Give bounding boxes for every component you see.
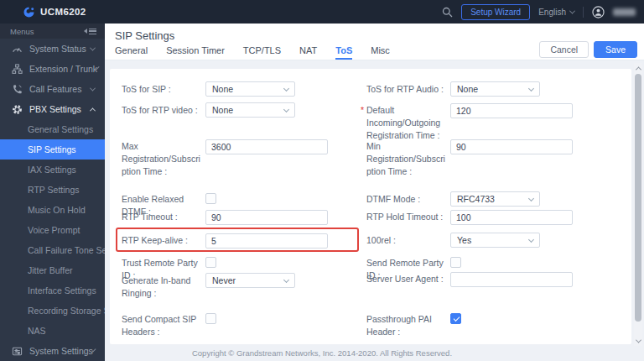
save-button[interactable]: Save bbox=[594, 41, 637, 58]
tab-tcp-tls[interactable]: TCP/TLS bbox=[243, 45, 281, 60]
sidebar-item-interface-settings[interactable]: Interface Settings bbox=[0, 280, 105, 301]
tos-for-rtp-video-select[interactable]: None bbox=[205, 102, 295, 118]
sidebar-submenu: General Settings SIP Settings IAX Settin… bbox=[0, 119, 105, 341]
menus-label: Menus bbox=[10, 27, 34, 36]
tab-bar: General Session Timer TCP/TLS NAT ToS Mi… bbox=[115, 45, 408, 60]
sidebar-item-label: System Settings bbox=[29, 346, 93, 356]
sidebar-item-system-status[interactable]: System Status bbox=[0, 39, 105, 59]
divider bbox=[583, 7, 584, 18]
field-label: ToS for RTP Audio : bbox=[366, 81, 447, 96]
chevron-down-icon bbox=[283, 276, 289, 282]
search-icon[interactable] bbox=[442, 7, 453, 18]
chevron-down-icon bbox=[528, 85, 534, 91]
tos-for-rtp-audio-select[interactable]: None bbox=[450, 81, 540, 97]
brand-name: UCM6202 bbox=[40, 7, 86, 17]
tab-misc[interactable]: Misc bbox=[371, 45, 390, 60]
field-label: DTMF Mode : bbox=[366, 191, 447, 206]
select-value: Never bbox=[212, 275, 236, 285]
trust-remote-party-id-checkbox[interactable] bbox=[205, 257, 216, 268]
default-registration-time-input[interactable] bbox=[450, 103, 573, 118]
chevron-down-icon bbox=[283, 106, 289, 112]
gear-icon bbox=[12, 104, 23, 115]
sidebar-item-sip-settings[interactable]: SIP Settings bbox=[0, 139, 105, 160]
field-max-registration-time: Max Registration/Subscription Time : bbox=[122, 139, 328, 178]
tab-tos[interactable]: ToS bbox=[335, 45, 352, 60]
field-tos-for-rtp-video: ToS for RTP video : None bbox=[122, 102, 295, 118]
field-label: ToS for SIP : bbox=[122, 81, 202, 96]
generate-inband-ringing-select[interactable]: Never bbox=[205, 273, 295, 288]
sidebar-item-label: System Status bbox=[29, 44, 91, 54]
sidebar-item-label: Call Features bbox=[29, 84, 91, 94]
chevron-down-icon bbox=[569, 8, 575, 13]
field-send-compact-sip-headers: Send Compact SIP Headers : bbox=[122, 311, 216, 338]
select-value: None bbox=[212, 105, 233, 115]
language-select[interactable]: English bbox=[538, 8, 574, 17]
content-header: SIP Settings General Session Timer TCP/T… bbox=[105, 24, 644, 60]
field-label: Max Registration/Subscription Time : bbox=[122, 139, 202, 178]
form-panel: ToS for SIP : None ToS for RTP video : N… bbox=[110, 69, 631, 344]
username-blurred bbox=[613, 8, 636, 16]
sidebar-item-recording-storage[interactable]: Recording Storage S... bbox=[0, 301, 105, 321]
main-content: SIP Settings General Session Timer TCP/T… bbox=[105, 24, 644, 361]
setup-wizard-button[interactable]: Setup Wizard bbox=[461, 4, 530, 20]
chevron-down-icon bbox=[528, 195, 534, 201]
field-default-registration-time: * Default Incoming/Outgoing Registration… bbox=[366, 102, 573, 142]
rtp-timeout-input[interactable] bbox=[205, 210, 328, 225]
tos-for-sip-select[interactable]: None bbox=[205, 81, 295, 97]
sidebar-item-label: PBX Settings bbox=[29, 104, 91, 114]
dtmf-mode-select[interactable]: RFC4733 bbox=[450, 191, 540, 207]
field-100rel: 100rel : Yes bbox=[366, 233, 540, 248]
scrollbar-thumb[interactable] bbox=[635, 74, 641, 322]
tab-session-timer[interactable]: Session Timer bbox=[166, 45, 225, 60]
tab-general[interactable]: General bbox=[115, 45, 148, 60]
sidebar-item-extension-trunk[interactable]: Extension / Trunk bbox=[0, 59, 105, 79]
sidebar-item-nas[interactable]: NAS bbox=[0, 321, 105, 341]
chevron-down-icon bbox=[283, 85, 289, 91]
rtp-keep-alive-input[interactable] bbox=[205, 233, 328, 249]
page-title: SIP Settings bbox=[115, 29, 174, 42]
max-registration-time-input[interactable] bbox=[205, 139, 328, 154]
field-generate-inband-ringing: Generate In-band Ringing : Never bbox=[122, 273, 295, 300]
sidebar-item-iax-settings[interactable]: IAX Settings bbox=[0, 160, 105, 180]
sidebar-item-general-settings[interactable]: General Settings bbox=[0, 119, 105, 139]
cancel-button[interactable]: Cancel bbox=[539, 41, 589, 58]
user-avatar-icon[interactable] bbox=[592, 6, 605, 18]
scroll-up-arrow[interactable] bbox=[634, 63, 642, 73]
server-user-agent-input[interactable] bbox=[450, 272, 573, 287]
field-passthrough-pai-header: Passthrough PAI Header : bbox=[366, 311, 461, 338]
field-label: 100rel : bbox=[366, 233, 447, 247]
min-registration-time-input[interactable] bbox=[450, 139, 573, 154]
scroll-down-arrow[interactable] bbox=[634, 336, 642, 346]
sidebar-item-jitter-buffer[interactable]: Jitter Buffer bbox=[0, 260, 105, 280]
field-rtp-timeout: RTP Timeout : bbox=[122, 209, 328, 225]
send-remote-party-id-checkbox[interactable] bbox=[450, 257, 461, 268]
sidebar-item-system-settings[interactable]: System Settings bbox=[0, 341, 105, 361]
gauge-icon bbox=[12, 44, 23, 55]
menus-collapse-icon[interactable] bbox=[84, 29, 96, 34]
sidebar-item-music-on-hold[interactable]: Music On Hold bbox=[0, 200, 105, 220]
sidebar-item-call-features[interactable]: Call Features bbox=[0, 79, 105, 99]
select-value: Yes bbox=[457, 235, 471, 245]
field-min-registration-time: Min Registration/Subscription Time : bbox=[366, 139, 573, 178]
field-label: Send Compact SIP Headers : bbox=[122, 311, 202, 338]
required-asterisk: * bbox=[361, 104, 364, 117]
sidebar-item-voice-prompt[interactable]: Voice Prompt bbox=[0, 220, 105, 240]
tab-nat[interactable]: NAT bbox=[299, 45, 317, 60]
rtp-hold-timeout-input[interactable] bbox=[450, 210, 573, 225]
grandstream-logo-icon bbox=[23, 7, 34, 18]
passthrough-pai-header-checkbox[interactable] bbox=[450, 313, 461, 324]
field-server-user-agent: Server User Agent : bbox=[366, 271, 573, 287]
enable-relaxed-dtmf-checkbox[interactable] bbox=[205, 193, 216, 204]
100rel-select[interactable]: Yes bbox=[450, 233, 540, 248]
send-compact-sip-headers-checkbox[interactable] bbox=[205, 313, 216, 324]
select-value: None bbox=[212, 84, 233, 94]
sidebar-item-call-failure-tone[interactable]: Call Failure Tone Set... bbox=[0, 240, 105, 260]
field-tos-for-rtp-audio: ToS for RTP Audio : None bbox=[366, 81, 540, 97]
phone-icon bbox=[12, 84, 23, 95]
sidebar-item-pbx-settings[interactable]: PBX Settings bbox=[0, 99, 105, 119]
sidebar-item-rtp-settings[interactable]: RTP Settings bbox=[0, 180, 105, 200]
field-label: ToS for RTP video : bbox=[122, 102, 202, 117]
sidebar-menus-bar: Menus bbox=[0, 24, 105, 39]
field-tos-for-sip: ToS for SIP : None bbox=[122, 81, 295, 97]
scrollbar[interactable] bbox=[634, 63, 642, 346]
